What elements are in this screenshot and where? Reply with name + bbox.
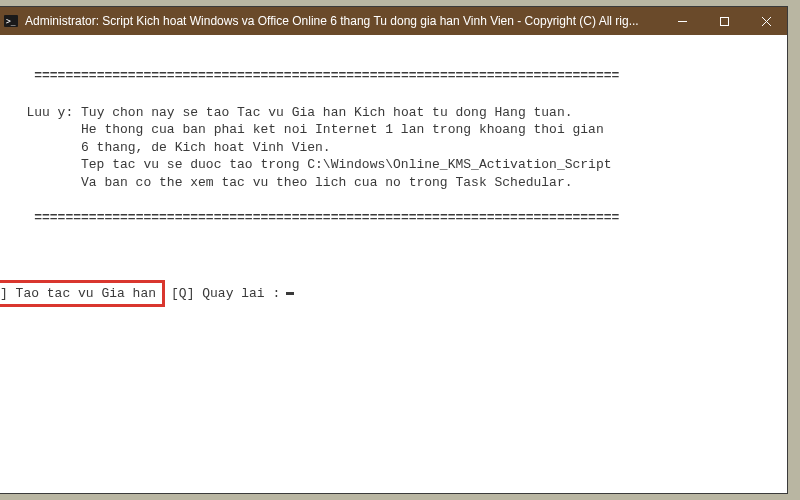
note-line: Tep tac vu se duoc tao trong C:\Windows\… <box>3 156 779 174</box>
note-label: Luu y: <box>26 105 73 120</box>
note-text: He thong cua ban phai ket noi Internet 1… <box>81 122 604 137</box>
window-title: Administrator: Script Kich hoat Windows … <box>25 14 661 28</box>
maximize-button[interactable] <box>703 7 745 35</box>
note-text: Va ban co the xem tac vu theo lich cua n… <box>81 175 572 190</box>
note-block: Luu y: Tuy chon nay se tao Tac vu Gia ha… <box>3 104 779 192</box>
divider-top: ========================================… <box>34 68 619 83</box>
option-create-task: ] Tao tac vu Gia han <box>0 286 156 301</box>
note-line: He thong cua ban phai ket noi Internet 1… <box>3 121 779 139</box>
prompt-row: ] Tao tac vu Gia han [Q] Quay lai : <box>3 280 779 308</box>
minimize-button[interactable] <box>661 7 703 35</box>
svg-rect-3 <box>720 17 728 25</box>
titlebar: >_ Administrator: Script Kich hoat Windo… <box>0 7 787 35</box>
console-output: ========================================… <box>0 35 787 493</box>
text-cursor[interactable] <box>286 292 294 295</box>
highlighted-option: ] Tao tac vu Gia han <box>0 280 165 308</box>
cmd-window: >_ Administrator: Script Kich hoat Windo… <box>0 6 788 494</box>
cmd-icon: >_ <box>3 13 19 29</box>
note-line: 6 thang, de Kich hoat Vinh Vien. <box>3 139 779 157</box>
svg-text:>_: >_ <box>6 17 16 26</box>
window-controls <box>661 7 787 35</box>
close-button[interactable] <box>745 7 787 35</box>
note-line: Va ban co the xem tac vu theo lich cua n… <box>3 174 779 192</box>
note-text: Tep tac vu se duoc tao trong C:\Windows\… <box>81 157 612 172</box>
note-text: Tuy chon nay se tao Tac vu Gia han Kich … <box>81 105 572 120</box>
note-line: Luu y: Tuy chon nay se tao Tac vu Gia ha… <box>3 104 779 122</box>
divider-bottom: ========================================… <box>34 210 619 225</box>
option-back: [Q] Quay lai : <box>171 285 280 303</box>
note-text: 6 thang, de Kich hoat Vinh Vien. <box>81 140 331 155</box>
